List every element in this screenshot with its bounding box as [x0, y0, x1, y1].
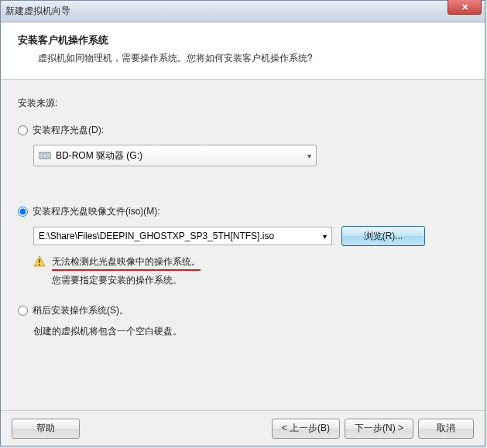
disc-drive-icon	[39, 151, 51, 160]
option-later-group: 稍后安装操作系统(S)。 创建的虚拟机将包含一个空白硬盘。	[18, 304, 468, 338]
radio-later[interactable]	[18, 306, 28, 316]
cancel-button[interactable]: 取消	[418, 419, 474, 439]
help-button[interactable]: 帮助	[12, 419, 80, 439]
radio-later-label: 稍后安装操作系统(S)。	[33, 304, 129, 317]
header-panel: 安装客户机操作系统 虚拟机如同物理机，需要操作系统。您将如何安装客户机操作系统?	[1, 22, 485, 80]
page-title: 安装客户机操作系统	[18, 33, 468, 47]
radio-iso-label: 安装程序光盘映像文件(iso)(M):	[33, 205, 160, 218]
disc-drive-value: BD-ROM 驱动器 (G:)	[56, 149, 142, 162]
option-disc-group: 安装程序光盘(D): BD-ROM 驱动器 (G:) ▾	[18, 124, 468, 166]
radio-disc[interactable]	[18, 125, 28, 135]
close-icon: ✕	[461, 2, 468, 12]
back-button[interactable]: < 上一步(B)	[272, 419, 340, 439]
close-button[interactable]: ✕	[448, 0, 482, 15]
svg-rect-3	[39, 264, 40, 265]
option-iso-group: 安装程序光盘映像文件(iso)(M): E:\Share\Files\DEEPI…	[18, 205, 468, 287]
next-button[interactable]: 下一步(N) >	[345, 419, 413, 439]
warning-icon	[33, 255, 46, 268]
window-title: 新建虚拟机向导	[5, 5, 70, 18]
iso-path-value: E:\Share\Files\DEEPIN_GHOSTXP_SP3_5TH[NT…	[39, 231, 274, 241]
source-label: 安装来源:	[18, 97, 468, 110]
body-panel: 安装来源: 安装程序光盘(D): BD-ROM 驱动器 (G:) ▾ 安装程序光…	[1, 80, 485, 363]
later-hint: 创建的虚拟机将包含一个空白硬盘。	[33, 325, 468, 338]
warning-line2: 您需要指定要安装的操作系统。	[52, 274, 201, 287]
iso-warning: 无法检测此光盘映像中的操作系统。 您需要指定要安装的操作系统。	[33, 255, 468, 287]
warning-line1: 无法检测此光盘映像中的操作系统。	[52, 255, 201, 271]
page-subtitle: 虚拟机如同物理机，需要操作系统。您将如何安装客户机操作系统?	[38, 52, 468, 65]
chevron-down-icon: ▾	[323, 232, 327, 241]
wizard-window: 新建虚拟机向导 ✕ 安装客户机操作系统 虚拟机如同物理机，需要操作系统。您将如何…	[0, 0, 485, 446]
footer: 帮助 < 上一步(B) 下一步(N) > 取消	[1, 410, 485, 446]
chevron-down-icon: ▾	[307, 152, 311, 160]
titlebar: 新建虚拟机向导 ✕	[1, 1, 485, 22]
browse-button[interactable]: 浏览(R)...	[341, 226, 425, 246]
disc-drive-combo[interactable]: BD-ROM 驱动器 (G:) ▾	[33, 145, 317, 166]
radio-disc-label: 安装程序光盘(D):	[33, 124, 104, 137]
radio-iso[interactable]	[18, 207, 28, 217]
svg-rect-2	[39, 259, 40, 263]
iso-path-combo[interactable]: E:\Share\Files\DEEPIN_GHOSTXP_SP3_5TH[NT…	[33, 227, 332, 245]
svg-point-1	[43, 154, 46, 157]
